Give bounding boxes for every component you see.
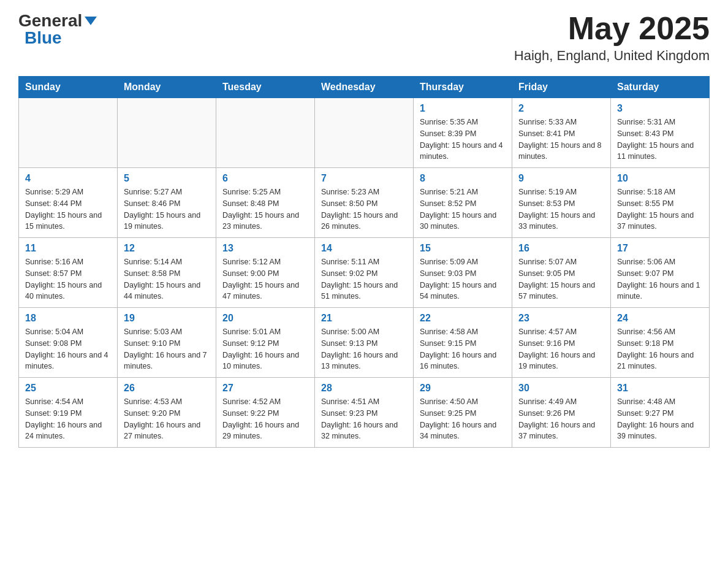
day-number: 12 [124, 243, 210, 254]
day-info: Sunrise: 5:04 AMSunset: 9:08 PMDaylight:… [25, 326, 111, 372]
day-info: Sunrise: 5:27 AMSunset: 8:46 PMDaylight:… [124, 186, 210, 232]
day-info: Sunrise: 5:16 AMSunset: 8:57 PMDaylight:… [25, 256, 111, 302]
calendar-cell: 22Sunrise: 4:58 AMSunset: 9:15 PMDayligh… [414, 308, 512, 378]
calendar-cell: 11Sunrise: 5:16 AMSunset: 8:57 PMDayligh… [19, 238, 118, 308]
calendar-cell: 12Sunrise: 5:14 AMSunset: 8:58 PMDayligh… [118, 238, 216, 308]
day-number: 3 [617, 103, 703, 114]
week-row-2: 4Sunrise: 5:29 AMSunset: 8:44 PMDaylight… [19, 168, 710, 238]
calendar-cell: 27Sunrise: 4:52 AMSunset: 9:22 PMDayligh… [216, 378, 315, 448]
calendar: SundayMondayTuesdayWednesdayThursdayFrid… [18, 76, 710, 448]
calendar-cell: 6Sunrise: 5:25 AMSunset: 8:48 PMDaylight… [216, 168, 315, 238]
calendar-cell: 30Sunrise: 4:49 AMSunset: 9:26 PMDayligh… [512, 378, 611, 448]
day-number: 16 [518, 243, 604, 254]
day-info: Sunrise: 4:52 AMSunset: 9:22 PMDaylight:… [222, 396, 308, 442]
calendar-cell [19, 98, 118, 168]
day-info: Sunrise: 4:50 AMSunset: 9:25 PMDaylight:… [420, 396, 506, 442]
day-number: 24 [617, 313, 703, 324]
day-number: 25 [25, 383, 111, 394]
day-info: Sunrise: 5:00 AMSunset: 9:13 PMDaylight:… [321, 326, 407, 372]
day-number: 2 [518, 103, 604, 114]
day-number: 13 [222, 243, 308, 254]
week-row-1: 1Sunrise: 5:35 AMSunset: 8:39 PMDaylight… [19, 98, 710, 168]
day-number: 4 [25, 173, 111, 184]
month-title: May 2025 [514, 12, 710, 44]
header: General Blue May 2025 Haigh, England, Un… [18, 12, 710, 64]
calendar-cell: 4Sunrise: 5:29 AMSunset: 8:44 PMDaylight… [19, 168, 118, 238]
day-number: 22 [420, 313, 506, 324]
day-number: 11 [25, 243, 111, 254]
calendar-header-row: SundayMondayTuesdayWednesdayThursdayFrid… [19, 77, 710, 98]
calendar-cell: 8Sunrise: 5:21 AMSunset: 8:52 PMDaylight… [414, 168, 512, 238]
location-title: Haigh, England, United Kingdom [514, 48, 710, 64]
day-number: 10 [617, 173, 703, 184]
calendar-cell: 29Sunrise: 4:50 AMSunset: 9:25 PMDayligh… [414, 378, 512, 448]
day-number: 6 [222, 173, 308, 184]
logo-triangle-icon [85, 17, 97, 25]
day-info: Sunrise: 4:51 AMSunset: 9:23 PMDaylight:… [321, 396, 407, 442]
day-info: Sunrise: 4:56 AMSunset: 9:18 PMDaylight:… [617, 326, 703, 372]
calendar-cell: 16Sunrise: 5:07 AMSunset: 9:05 PMDayligh… [512, 238, 611, 308]
calendar-cell: 28Sunrise: 4:51 AMSunset: 9:23 PMDayligh… [315, 378, 414, 448]
day-number: 7 [321, 173, 407, 184]
logo: General Blue [18, 12, 97, 47]
logo-general-text: General [18, 12, 82, 29]
day-number: 27 [222, 383, 308, 394]
calendar-cell: 13Sunrise: 5:12 AMSunset: 9:00 PMDayligh… [216, 238, 315, 308]
calendar-cell: 23Sunrise: 4:57 AMSunset: 9:16 PMDayligh… [512, 308, 611, 378]
day-info: Sunrise: 5:07 AMSunset: 9:05 PMDaylight:… [518, 256, 604, 302]
day-number: 30 [518, 383, 604, 394]
day-info: Sunrise: 5:06 AMSunset: 9:07 PMDaylight:… [617, 256, 703, 302]
calendar-cell: 25Sunrise: 4:54 AMSunset: 9:19 PMDayligh… [19, 378, 118, 448]
calendar-cell: 3Sunrise: 5:31 AMSunset: 8:43 PMDaylight… [611, 98, 710, 168]
day-number: 29 [420, 383, 506, 394]
day-number: 21 [321, 313, 407, 324]
day-number: 23 [518, 313, 604, 324]
day-info: Sunrise: 4:57 AMSunset: 9:16 PMDaylight:… [518, 326, 604, 372]
calendar-cell: 21Sunrise: 5:00 AMSunset: 9:13 PMDayligh… [315, 308, 414, 378]
col-header-monday: Monday [118, 77, 216, 98]
day-info: Sunrise: 5:18 AMSunset: 8:55 PMDaylight:… [617, 186, 703, 232]
title-area: May 2025 Haigh, England, United Kingdom [514, 12, 710, 64]
col-header-wednesday: Wednesday [315, 77, 414, 98]
day-info: Sunrise: 5:23 AMSunset: 8:50 PMDaylight:… [321, 186, 407, 232]
week-row-3: 11Sunrise: 5:16 AMSunset: 8:57 PMDayligh… [19, 238, 710, 308]
day-info: Sunrise: 4:53 AMSunset: 9:20 PMDaylight:… [124, 396, 210, 442]
day-number: 15 [420, 243, 506, 254]
day-info: Sunrise: 5:12 AMSunset: 9:00 PMDaylight:… [222, 256, 308, 302]
day-number: 31 [617, 383, 703, 394]
calendar-cell: 17Sunrise: 5:06 AMSunset: 9:07 PMDayligh… [611, 238, 710, 308]
day-info: Sunrise: 5:33 AMSunset: 8:41 PMDaylight:… [518, 117, 604, 163]
day-info: Sunrise: 5:29 AMSunset: 8:44 PMDaylight:… [25, 186, 111, 232]
calendar-cell [118, 98, 216, 168]
col-header-thursday: Thursday [414, 77, 512, 98]
day-number: 8 [420, 173, 506, 184]
calendar-cell: 20Sunrise: 5:01 AMSunset: 9:12 PMDayligh… [216, 308, 315, 378]
col-header-tuesday: Tuesday [216, 77, 315, 98]
day-number: 1 [420, 103, 506, 114]
calendar-cell: 31Sunrise: 4:48 AMSunset: 9:27 PMDayligh… [611, 378, 710, 448]
day-number: 19 [124, 313, 210, 324]
calendar-cell [315, 98, 414, 168]
day-info: Sunrise: 5:31 AMSunset: 8:43 PMDaylight:… [617, 117, 703, 163]
calendar-cell [216, 98, 315, 168]
calendar-cell: 9Sunrise: 5:19 AMSunset: 8:53 PMDaylight… [512, 168, 611, 238]
calendar-cell: 2Sunrise: 5:33 AMSunset: 8:41 PMDaylight… [512, 98, 611, 168]
calendar-cell: 19Sunrise: 5:03 AMSunset: 9:10 PMDayligh… [118, 308, 216, 378]
calendar-cell: 7Sunrise: 5:23 AMSunset: 8:50 PMDaylight… [315, 168, 414, 238]
day-info: Sunrise: 4:48 AMSunset: 9:27 PMDaylight:… [617, 396, 703, 442]
day-number: 18 [25, 313, 111, 324]
col-header-friday: Friday [512, 77, 611, 98]
day-info: Sunrise: 5:01 AMSunset: 9:12 PMDaylight:… [222, 326, 308, 372]
col-header-sunday: Sunday [19, 77, 118, 98]
day-number: 28 [321, 383, 407, 394]
day-info: Sunrise: 5:14 AMSunset: 8:58 PMDaylight:… [124, 256, 210, 302]
calendar-cell: 10Sunrise: 5:18 AMSunset: 8:55 PMDayligh… [611, 168, 710, 238]
day-number: 26 [124, 383, 210, 394]
calendar-cell: 24Sunrise: 4:56 AMSunset: 9:18 PMDayligh… [611, 308, 710, 378]
day-info: Sunrise: 5:21 AMSunset: 8:52 PMDaylight:… [420, 186, 506, 232]
day-info: Sunrise: 5:25 AMSunset: 8:48 PMDaylight:… [222, 186, 308, 232]
day-info: Sunrise: 4:49 AMSunset: 9:26 PMDaylight:… [518, 396, 604, 442]
calendar-cell: 26Sunrise: 4:53 AMSunset: 9:20 PMDayligh… [118, 378, 216, 448]
day-info: Sunrise: 5:19 AMSunset: 8:53 PMDaylight:… [518, 186, 604, 232]
day-number: 14 [321, 243, 407, 254]
